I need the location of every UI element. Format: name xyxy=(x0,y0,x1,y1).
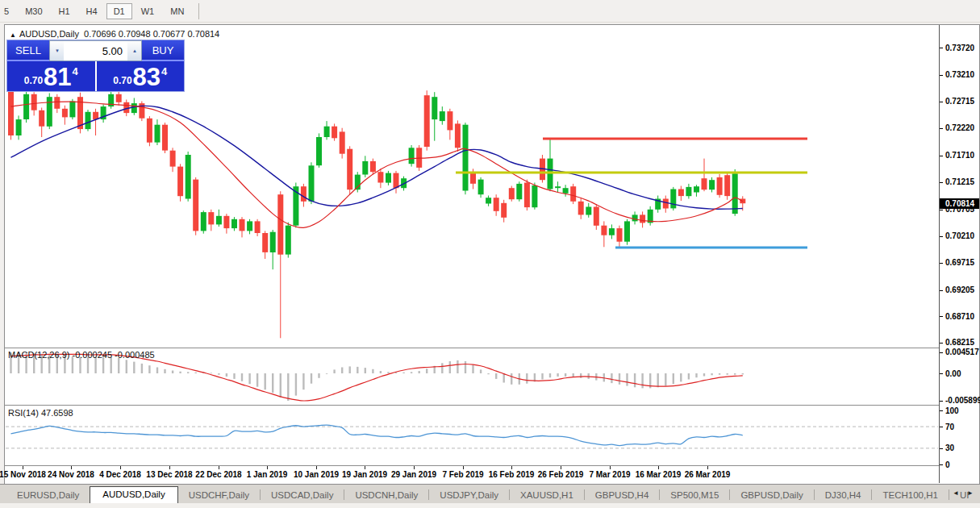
price-tick: 0.72220 xyxy=(940,123,974,133)
date-label: 1 Jan 2019 xyxy=(247,470,288,479)
date-axis[interactable]: 15 Nov 201824 Nov 20184 Dec 201813 Dec 2… xyxy=(5,466,939,483)
chart-tab-tech100-h1[interactable]: TECH100,H1 xyxy=(872,488,948,503)
volume-input[interactable] xyxy=(64,41,127,60)
timeframe-button-m30[interactable]: M30 xyxy=(18,3,49,19)
date-tick-mark xyxy=(561,466,561,469)
date-label: 16 Feb 2019 xyxy=(489,470,535,479)
date-label: 10 Jan 2019 xyxy=(294,470,339,479)
chart-tab-audusd-daily[interactable]: AUDUSD,Daily xyxy=(90,486,177,503)
pane-splitter-dates xyxy=(5,465,979,466)
date-tick-mark xyxy=(658,466,659,469)
price-tick: 0.71710 xyxy=(940,150,974,160)
toolbar-separator xyxy=(198,3,199,19)
date-label: 4 Dec 2018 xyxy=(99,470,141,479)
date-tick-mark xyxy=(610,466,611,469)
collapse-arrow-icon[interactable]: ▲ xyxy=(10,31,16,39)
chart-tab-eurusd-daily[interactable]: EURUSD,Daily xyxy=(6,488,90,503)
rsi-tick: 30 xyxy=(940,443,954,453)
price-tick: 0.73720 xyxy=(940,43,974,53)
price-tick: 0.70210 xyxy=(940,231,974,241)
pane-splitter-rsi[interactable] xyxy=(5,405,979,406)
chart-tab-usdcnh-daily[interactable]: USDCNH,Daily xyxy=(344,488,428,503)
macd-label: MACD(12,26,9) -0.000245 -0.000485 xyxy=(8,350,155,360)
date-label: 7 Feb 2019 xyxy=(442,470,483,479)
macd-tick: 0.004517 xyxy=(940,347,979,357)
date-label: 22 Dec 2018 xyxy=(195,470,241,479)
chart-tab-sp500-m15[interactable]: SP500,M15 xyxy=(660,488,729,503)
sell-button[interactable]: SELL xyxy=(7,40,49,61)
timeframe-button-mn[interactable]: MN xyxy=(163,3,191,19)
date-tick-mark xyxy=(511,466,512,469)
price-tick: 0.68710 xyxy=(940,311,974,322)
buy-price-display[interactable]: 0.70 83 4 xyxy=(97,61,185,91)
status-strip xyxy=(0,502,980,508)
date-tick-mark xyxy=(365,466,365,469)
buy-button[interactable]: BUY xyxy=(142,40,184,61)
date-label: 15 Nov 2018 xyxy=(0,470,46,479)
date-label: 29 Jan 2019 xyxy=(391,470,436,479)
date-tick-mark xyxy=(463,466,464,469)
macd-tick: 0.00 xyxy=(940,369,961,379)
chart-tab-xauusd-h1[interactable]: XAUUSD,H1 xyxy=(510,488,584,503)
timeframe-button-h4[interactable]: H4 xyxy=(79,3,105,19)
buy-price-prefix: 0.70 xyxy=(113,75,131,86)
date-label: 19 Jan 2019 xyxy=(342,470,387,479)
volume-stepper: ▼ ▲ xyxy=(49,40,142,61)
date-tick-mark xyxy=(23,466,23,469)
sell-price-display[interactable]: 0.70 81 4 xyxy=(7,61,97,91)
symbol-title: AUDUSD,Daily xyxy=(19,29,79,39)
price-tick: 0.69205 xyxy=(940,285,974,295)
date-tick-mark xyxy=(414,466,415,469)
rsi-tick: 70 xyxy=(940,422,954,432)
tabs-scroll-right-icon[interactable]: ► xyxy=(967,489,974,497)
ohlc-values: 0.70696 0.70948 0.70677 0.70814 xyxy=(84,29,219,39)
date-tick-mark xyxy=(219,466,219,469)
timeframe-button-d1[interactable]: D1 xyxy=(106,3,132,19)
pane-splitter-macd[interactable] xyxy=(5,348,979,348)
date-tick-mark xyxy=(169,466,170,469)
chart-tab-dj30-h4[interactable]: DJ30,H4 xyxy=(815,488,872,503)
date-label: 7 Mar 2019 xyxy=(589,470,630,479)
price-tick: 0.72715 xyxy=(940,96,974,106)
chart-tab-gbpusd-h4[interactable]: GBPUSD,H4 xyxy=(585,488,659,503)
price-tick: 0.71215 xyxy=(940,177,974,187)
volume-increase-icon[interactable]: ▲ xyxy=(127,41,141,60)
chart-symbol-header: ▲AUDUSD,Daily 0.70696 0.70948 0.70677 0.… xyxy=(10,29,219,39)
date-label: 26 Feb 2019 xyxy=(538,470,584,479)
rsi-tick: 0 xyxy=(940,460,950,470)
date-label: 13 Dec 2018 xyxy=(146,470,192,479)
date-label: 24 Nov 2018 xyxy=(48,470,94,479)
date-tick-mark xyxy=(120,466,121,469)
rsi-tick: 100 xyxy=(940,406,959,416)
sell-price-pips: 81 xyxy=(44,65,71,90)
chart-tab-usdcad-daily[interactable]: USDCAD,Daily xyxy=(261,488,344,503)
timeframe-toolbar: 5M30H1H4D1W1MN xyxy=(0,0,980,23)
date-tick-mark xyxy=(707,466,708,469)
price-axis[interactable]: 0.70814 0.737200.732100.727150.722200.71… xyxy=(940,25,979,483)
chart-tab-usdjpy-daily[interactable]: USDJPY,Daily xyxy=(429,488,509,503)
price-tick: 0.69715 xyxy=(940,257,974,268)
rsi-indicator-pane[interactable] xyxy=(5,406,939,465)
sell-price-point: 4 xyxy=(73,65,78,77)
current-price-badge: 0.70814 xyxy=(940,198,979,209)
date-tick-mark xyxy=(267,466,268,469)
date-tick-mark xyxy=(316,466,317,469)
tabs-scroll-left-icon[interactable]: ◄ xyxy=(953,489,959,497)
date-label: 16 Mar 2019 xyxy=(636,470,682,479)
chart-tab-usdchf-daily[interactable]: USDCHF,Daily xyxy=(178,488,260,503)
volume-decrease-icon[interactable]: ▼ xyxy=(50,41,64,60)
date-tick-mark xyxy=(71,466,72,469)
timeframe-button-h1[interactable]: H1 xyxy=(52,3,77,19)
chart-tab-gbpusd-daily[interactable]: GBPUSD,Daily xyxy=(730,488,813,503)
buy-price-pips: 83 xyxy=(133,65,161,90)
rsi-label: RSI(14) 47.6598 xyxy=(8,408,73,418)
timeframe-button-5[interactable]: 5 xyxy=(0,3,16,19)
timeframe-button-w1[interactable]: W1 xyxy=(134,3,162,19)
price-tick: 0.73210 xyxy=(940,69,974,80)
sell-price-prefix: 0.70 xyxy=(24,75,43,86)
date-label: 26 Mar 2019 xyxy=(685,470,731,479)
chart-tabs-bar: EURUSD,DailyAUDUSD,DailyUSDCHF,DailyUSDC… xyxy=(0,484,980,503)
one-click-trading-panel: SELL ▼ ▲ BUY 0.70 81 4 0.70 83 4 xyxy=(6,40,185,92)
buy-price-point: 4 xyxy=(161,65,167,77)
